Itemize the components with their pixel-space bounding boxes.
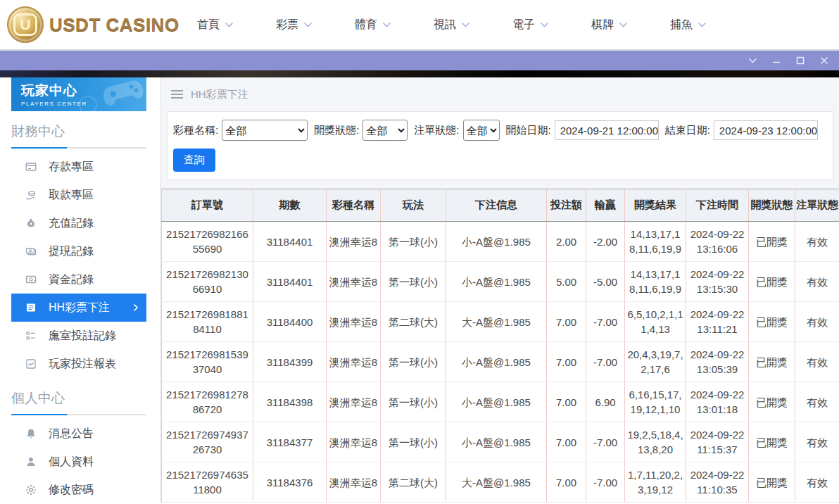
table-cell: 澳洲幸运8 [327,302,381,342]
order-status-select[interactable]: 全部 [463,120,500,141]
sidebar-item[interactable]: 取款專區 [11,181,146,209]
nav-item-label: 體育 [355,18,377,32]
table-cell: -5.00 [586,262,625,302]
withdraw-hand-icon [25,189,37,201]
chevron-down-icon [698,22,707,27]
menu-toggle-icon[interactable] [171,88,183,101]
sidebar-item[interactable]: 消息公告 [11,420,146,448]
table-row: 215217269818818411031184400澳洲幸运8第二球(大)大-… [162,302,839,342]
table-cell: 19,2,5,18,4,13,8,20 [625,422,686,462]
table-cell: 小-A盤@1.985 [446,422,547,462]
table-cell: 14,13,17,18,11,6,19,9 [625,262,686,302]
site-logo: U USDT CASINO [7,6,182,43]
table-cell: 大-A盤@1.985 [446,302,547,342]
search-button[interactable]: 查詢 [173,149,215,172]
sidebar-item-label: 資金記錄 [49,272,94,287]
sidebar-item[interactable]: 修改密碼 [11,476,146,503]
table-cell: -7.00 [586,462,625,503]
table-cell: -7.00 [586,342,625,382]
column-header: 訂單號 [162,189,253,222]
chevron-down-icon [540,22,549,27]
table-cell: 2152172698188184110 [162,302,253,342]
chevron-down-window-icon[interactable] [745,53,760,68]
table-cell [686,503,749,503]
sidebar-item[interactable]: 充值記錄 [11,209,146,237]
nav-item[interactable]: 棋牌 [591,18,628,32]
close-window-icon[interactable] [816,53,832,68]
table-cell [381,503,446,503]
table-cell: 31184376 [253,462,327,503]
table-cell: 2024-09-22 13:16:06 [686,222,749,262]
table-row: 215217269815393704031184399澳洲幸运8第一球(小)小-… [162,342,839,382]
table-cell: 31184401 [253,262,327,302]
minimize-window-icon[interactable] [769,53,784,68]
table-cell: 7.00 [547,422,586,462]
maximize-window-icon[interactable] [793,53,808,68]
nav-item[interactable]: 首頁 [197,18,234,32]
table-cell: 已開獎 [749,382,795,422]
nav-item[interactable]: 捕魚 [670,18,707,32]
table-cell: -7.00 [586,302,625,342]
window-titlebar [0,49,839,70]
table-cell: 澳洲幸运8 [327,422,381,462]
sidebar-item[interactable]: 資金記錄 [11,265,146,294]
sidebar-item[interactable]: 存款專區 [11,153,146,181]
draw-status-select[interactable]: 全部 [362,120,408,141]
bet-table: 訂單號期數彩種名稱玩法下注信息投注額輸贏開獎結果下注時間開獎狀態注單狀態 215… [161,189,839,503]
table-cell [749,503,795,503]
section-underline [11,147,146,149]
sidebar-item-label: 充值記錄 [49,216,94,231]
nav-item[interactable]: 電子 [512,18,549,32]
sidebar-item[interactable]: 個人資料 [11,448,146,476]
nav-item-label: 捕魚 [670,18,693,32]
table-cell: 第一球(小) [381,262,446,302]
table-cell: 2024-09-22 11:15:37 [686,422,749,462]
nav-item[interactable]: 視訊 [434,18,470,32]
end-date-input[interactable] [714,120,818,140]
window-controls [745,53,832,68]
table-cell: 2152172698216655690 [162,222,253,262]
nav-item[interactable]: 彩票 [276,18,313,32]
table-row-partial [162,503,839,503]
report-chart-icon [25,358,37,370]
table-cell: 2152172698213066910 [162,262,253,302]
table-cell [625,503,686,503]
table-cell [446,503,547,503]
lottery-name-select[interactable]: 全部 [222,120,308,141]
table-cell: 31184377 [253,422,327,462]
sidebar: 玩家中心 PLAYERS CENTER 財務中心存款專區取款專區充值記錄提現記錄… [0,77,160,503]
table-cell [327,503,381,503]
table-cell: 已開獎 [749,422,795,462]
nav-item-label: 視訊 [434,18,456,32]
table-cell: 20,4,3,19,7,2,17,6 [625,342,686,382]
table-cell [162,503,253,503]
table-cell: 澳洲幸运8 [327,462,381,503]
table-cell: 7.00 [547,342,586,382]
nav-item[interactable]: 體育 [355,18,391,32]
chevron-down-icon [303,22,313,27]
start-date-input[interactable] [555,120,659,140]
table-cell: 澳洲幸运8 [327,342,381,382]
sidebar-item-label: 消息公告 [49,427,94,441]
table-cell [547,503,586,503]
bell-icon [25,428,37,439]
table-cell [586,503,625,503]
page-title: HH彩票下注 [191,88,248,101]
table-row: 215217269821665569031184401澳洲幸运8第一球(小)小-… [162,222,839,262]
table-cell: 5.00 [547,262,586,302]
table-cell [253,503,327,503]
sidebar-item[interactable]: HH彩票下注 [11,294,146,322]
chevron-down-icon [225,22,234,27]
table-cell: 2152172698153937040 [162,342,253,382]
table-row: 215217269749372673031184377澳洲幸运8第一球(小)小-… [162,422,839,462]
sidebar-item[interactable]: 廡室投註記錄 [11,322,146,350]
sidebar-item[interactable]: 玩家投注報表 [11,350,146,378]
table-cell: 第一球(小) [381,222,446,262]
table-cell: 2152172698127886720 [162,382,253,422]
table-cell: 有效 [795,382,839,422]
column-header: 注單狀態 [795,189,839,222]
column-header: 彩種名稱 [327,189,381,222]
chevron-down-icon [619,22,628,27]
draw-status-label: 開獎狀態: [314,124,359,137]
sidebar-item[interactable]: 提現記錄 [11,237,146,265]
